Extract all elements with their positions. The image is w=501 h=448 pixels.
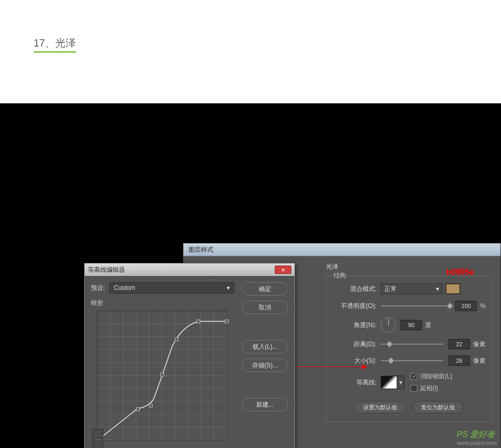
structure-label: 结构 (332, 271, 348, 280)
curve-tool-icon[interactable] (92, 429, 103, 439)
distance-slider[interactable] (381, 344, 443, 345)
angle-unit: 度 (425, 321, 431, 330)
preset-value: Custom (114, 284, 135, 291)
contour-editor-dialog: 等高线编辑器 ✕ 预设: Custom ▾ 映射 (84, 263, 295, 448)
chevron-down-icon: ▾ (436, 285, 439, 292)
opacity-label: 不透明度(O): (333, 302, 377, 311)
watermark: PS 爱好者 www.psahz.com (457, 429, 497, 446)
preset-label: 预设: (91, 284, 105, 292)
size-unit: 像素 (473, 357, 486, 365)
blend-color-swatch[interactable] (446, 284, 460, 294)
contour-titlebar[interactable]: 等高线编辑器 ✕ (85, 264, 294, 276)
blend-mode-label: 混合模式: (333, 285, 377, 293)
close-icon: ✕ (281, 267, 285, 273)
contour-thumbnail[interactable] (381, 376, 397, 389)
load-button[interactable]: 载入(L)... (242, 340, 288, 353)
step-title: 17、光泽 (34, 36, 76, 53)
size-slider[interactable] (381, 360, 443, 361)
contour-label: 等高线: (333, 378, 377, 387)
cancel-button[interactable]: 取消 (242, 301, 288, 314)
distance-input[interactable] (448, 339, 470, 349)
preset-select[interactable]: Custom ▾ (109, 282, 234, 293)
new-button[interactable]: 新建... (242, 398, 288, 411)
angle-dial[interactable] (381, 317, 396, 333)
invert-label: 反相(I) (420, 384, 438, 393)
invert-checkbox[interactable] (411, 385, 417, 392)
close-button[interactable]: ✕ (275, 266, 291, 274)
chevron-down-icon: ▾ (399, 379, 402, 386)
distance-unit: 像素 (473, 340, 486, 349)
opacity-unit: % (480, 302, 486, 310)
contour-editor-title: 等高线编辑器 (88, 266, 125, 274)
size-input[interactable] (448, 356, 470, 366)
blend-mode-select[interactable]: 正常 ▾ (381, 283, 443, 295)
opacity-input[interactable] (455, 301, 477, 311)
color-annotation: b0905e (446, 268, 474, 277)
layer-style-title: 图层样式 (189, 246, 213, 253)
save-button[interactable]: 存储(S)... (242, 359, 288, 372)
chevron-down-icon: ▾ (227, 284, 230, 291)
size-label: 大小(S): (333, 357, 377, 365)
set-default-button[interactable]: 设置为默认值 (354, 401, 406, 413)
structure-fieldset: 结构 混合模式: 正常 ▾ 不透明度(O): % (326, 275, 492, 422)
watermark-sub: www.psahz.com (457, 440, 497, 446)
blend-mode-value: 正常 (384, 285, 397, 293)
angle-input[interactable] (400, 320, 422, 330)
ok-button[interactable]: 确定 (242, 282, 288, 296)
layer-style-titlebar[interactable]: 图层样式 (183, 243, 500, 256)
angle-label: 角度(N): (333, 321, 377, 330)
workspace-bg: 图层样式 光泽 结构 混合模式: 正常 ▾ 不 (0, 103, 501, 448)
reset-default-button[interactable]: 复位为默认值 (412, 401, 464, 413)
contour-dropdown[interactable]: ▾ (397, 376, 404, 389)
pencil-tool-icon[interactable] (92, 440, 103, 448)
antialias-checkbox[interactable]: ✓ (411, 373, 417, 380)
map-label: 映射 (91, 299, 234, 307)
contour-grid[interactable] (97, 311, 227, 441)
opacity-slider[interactable] (381, 305, 450, 306)
antialias-label: 消除锯齿(L) (420, 372, 452, 381)
watermark-main: PS 爱好者 (457, 430, 495, 439)
distance-label: 距离(D): (333, 340, 377, 349)
